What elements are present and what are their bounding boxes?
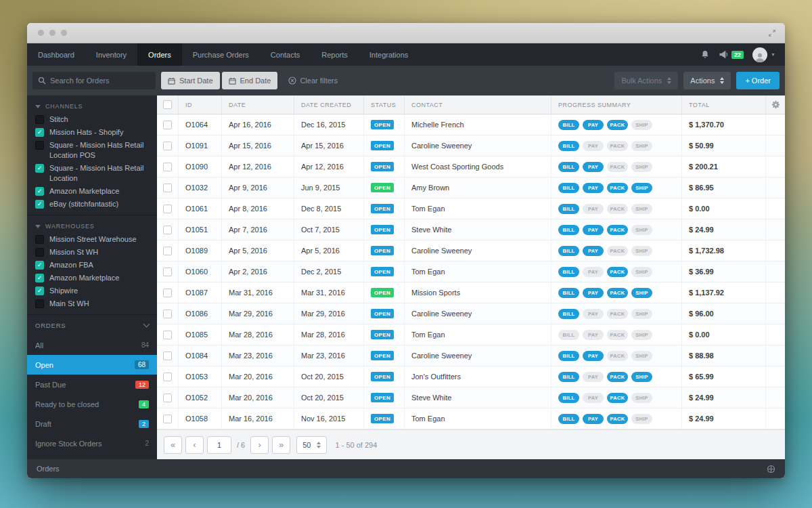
orders-filter-all[interactable]: All 84 <box>27 335 157 355</box>
order-id[interactable]: O1064 <box>179 114 222 135</box>
table-row[interactable]: O1090 Apr 12, 2016 Apr 12, 2016 OPEN Wes… <box>157 156 785 177</box>
order-id[interactable]: O1086 <box>179 303 222 324</box>
announcements-megaphone-icon[interactable]: 22 <box>719 50 744 59</box>
channel-checkbox-item[interactable]: ✓ Amazon Marketplace <box>27 185 157 198</box>
channel-checkbox[interactable]: ✓ <box>35 141 44 150</box>
channel-checkbox-item[interactable]: ✓ Square - Mission Hats Retail Location … <box>27 139 157 162</box>
table-row[interactable]: O1051 Apr 7, 2016 Oct 7, 2015 OPEN Steve… <box>157 219 785 240</box>
table-row[interactable]: O1060 Apr 2, 2016 Dec 2, 2015 OPEN Tom E… <box>157 261 785 282</box>
warehouse-checkbox-item[interactable]: ✓ Amazon FBA <box>27 259 157 272</box>
row-checkbox[interactable] <box>163 352 172 360</box>
end-date-button[interactable]: End Date <box>222 72 278 89</box>
channels-section-header[interactable]: CHANNELS <box>27 98 157 113</box>
page-number-input[interactable] <box>207 436 231 454</box>
row-checkbox[interactable] <box>163 205 172 213</box>
row-checkbox[interactable] <box>163 394 172 402</box>
nav-tab-reports[interactable]: Reports <box>311 43 359 66</box>
order-id[interactable]: O1087 <box>179 282 222 303</box>
search-input[interactable] <box>50 77 150 85</box>
channel-checkbox-item[interactable]: ✓ Stitch <box>27 113 157 126</box>
row-checkbox[interactable] <box>163 226 172 234</box>
warehouse-checkbox[interactable]: ✓ <box>35 274 44 282</box>
row-checkbox[interactable] <box>163 289 172 297</box>
order-id[interactable]: O1058 <box>179 408 222 429</box>
orders-filter-draft[interactable]: Draft 2 <box>27 414 157 433</box>
row-checkbox[interactable] <box>163 310 172 318</box>
nav-tab-integrations[interactable]: Integrations <box>359 43 419 66</box>
first-page-button[interactable]: « <box>164 436 182 454</box>
start-date-button[interactable]: Start Date <box>161 72 220 89</box>
table-row[interactable]: O1087 Mar 31, 2016 Mar 31, 2016 OPEN Mis… <box>157 282 785 303</box>
column-header-status[interactable]: STATUS <box>364 96 405 114</box>
order-id[interactable]: O1090 <box>179 156 222 177</box>
order-id[interactable]: O1032 <box>179 177 222 198</box>
row-checkbox[interactable] <box>163 331 172 339</box>
column-header-date-created[interactable]: DATE CREATED <box>294 96 364 114</box>
page-size-select[interactable]: 50 <box>296 436 327 454</box>
table-row[interactable]: O1084 Mar 23, 2016 Mar 23, 2016 OPEN Car… <box>157 345 785 366</box>
row-checkbox[interactable] <box>163 184 172 192</box>
channel-checkbox[interactable]: ✓ <box>35 187 44 196</box>
order-id[interactable]: O1091 <box>179 135 222 156</box>
user-menu[interactable]: ▼ <box>752 47 775 62</box>
column-header-id[interactable]: ID <box>179 96 222 114</box>
order-id[interactable]: O1061 <box>179 198 222 219</box>
channel-checkbox[interactable]: ✓ <box>35 115 44 124</box>
channel-checkbox[interactable]: ✓ <box>35 164 44 173</box>
table-row[interactable]: O1053 Mar 20, 2016 Oct 20, 2015 OPEN Jon… <box>157 366 785 387</box>
table-row[interactable]: O1091 Apr 15, 2016 Apr 15, 2016 OPEN Car… <box>157 135 785 156</box>
table-row[interactable]: O1086 Mar 29, 2016 Mar 29, 2016 OPEN Car… <box>157 303 785 324</box>
warehouse-checkbox[interactable]: ✓ <box>35 261 44 270</box>
channel-checkbox[interactable]: ✓ <box>35 200 44 209</box>
column-header-date[interactable]: DATE <box>222 96 294 114</box>
order-id[interactable]: O1051 <box>179 219 222 240</box>
orders-filter-ignore-stock-orders[interactable]: Ignore Stock Orders 2 <box>27 433 157 453</box>
warehouse-checkbox-item[interactable]: ✓ Main St WH <box>27 297 157 310</box>
select-all-checkbox[interactable] <box>163 100 172 109</box>
warehouse-checkbox[interactable]: ✓ <box>35 248 44 257</box>
bulk-actions-button[interactable]: Bulk Actions <box>614 72 678 89</box>
crosshair-globe-icon[interactable] <box>767 465 775 473</box>
warehouse-checkbox[interactable]: ✓ <box>35 287 44 295</box>
channel-checkbox-item[interactable]: ✓ eBay (stitchfantastic) <box>27 198 157 211</box>
nav-tab-dashboard[interactable]: Dashboard <box>27 43 85 66</box>
window-minimize-button[interactable] <box>49 30 55 36</box>
table-row[interactable]: O1061 Apr 8, 2016 Dec 8, 2015 OPEN Tom E… <box>157 198 785 219</box>
channel-checkbox-item[interactable]: ✓ Mission Hats - Shopify <box>27 126 157 139</box>
order-id[interactable]: O1060 <box>179 261 222 282</box>
table-settings-gear-icon[interactable] <box>771 100 780 109</box>
window-close-button[interactable] <box>38 30 44 36</box>
row-checkbox[interactable] <box>163 142 172 150</box>
orders-filter-past-due[interactable]: Past Due 12 <box>27 375 157 394</box>
order-id[interactable]: O1084 <box>179 345 222 366</box>
order-id[interactable]: O1085 <box>179 324 222 345</box>
table-row[interactable]: O1052 Mar 20, 2016 Oct 20, 2015 OPEN Ste… <box>157 387 785 408</box>
nav-tab-purchase-orders[interactable]: Purchase Orders <box>182 43 260 66</box>
column-header-progress-summary[interactable]: PROGRESS SUMMARY <box>551 96 682 114</box>
warehouse-checkbox[interactable]: ✓ <box>35 235 44 244</box>
row-checkbox[interactable] <box>163 247 172 255</box>
table-row[interactable]: O1064 Apr 16, 2016 Dec 16, 2015 OPEN Mic… <box>157 114 785 135</box>
channel-checkbox[interactable]: ✓ <box>35 128 44 137</box>
warehouse-checkbox[interactable]: ✓ <box>35 299 44 308</box>
table-row[interactable]: O1032 Apr 9, 2016 Jun 9, 2015 OPEN Amy B… <box>157 177 785 198</box>
column-header-total[interactable]: TOTAL <box>682 96 766 114</box>
notifications-bell-icon[interactable] <box>700 49 710 60</box>
warehouse-checkbox-item[interactable]: ✓ Amazon Marketplace <box>27 272 157 284</box>
nav-tab-inventory[interactable]: Inventory <box>85 43 137 66</box>
warehouse-checkbox-item[interactable]: ✓ Mission Street Warehouse <box>27 233 157 246</box>
window-expand-icon[interactable] <box>768 29 776 37</box>
orders-filter-ready-to-be-closed[interactable]: Ready to be closed 4 <box>27 394 157 414</box>
warehouse-checkbox-item[interactable]: ✓ Shipwire <box>27 284 157 297</box>
warehouse-checkbox-item[interactable]: ✓ Mission St WH <box>27 246 157 259</box>
prev-page-button[interactable]: ‹ <box>185 436 204 454</box>
table-row[interactable]: O1058 Mar 16, 2016 Nov 16, 2015 OPEN Tom… <box>157 408 785 429</box>
next-page-button[interactable]: › <box>250 436 269 454</box>
table-row[interactable]: O1089 Apr 5, 2016 Apr 5, 2016 OPEN Carol… <box>157 240 785 261</box>
row-checkbox[interactable] <box>163 163 172 171</box>
window-zoom-button[interactable] <box>61 30 67 36</box>
orders-filter-open[interactable]: Open 68 <box>27 355 157 375</box>
table-row[interactable]: O1085 Mar 28, 2016 Mar 28, 2016 OPEN Tom… <box>157 324 785 345</box>
warehouses-section-header[interactable]: WAREHOUSES <box>27 218 157 233</box>
row-checkbox[interactable] <box>163 121 172 129</box>
